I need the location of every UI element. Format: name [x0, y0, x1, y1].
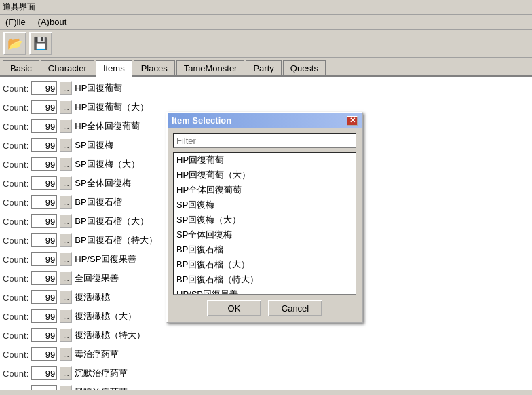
list-item[interactable]: SP回復梅（大） [174, 212, 356, 227]
dialog-overlay: Item Selection ✕ HP回復葡萄HP回復葡萄（大）HP全体回復葡萄… [0, 0, 532, 395]
list-item[interactable]: BP回復石榴（特大） [174, 272, 356, 287]
list-item[interactable]: HP全体回復葡萄 [174, 183, 356, 198]
ok-button[interactable]: OK [207, 300, 261, 316]
list-item[interactable]: SP回復梅 [174, 198, 356, 212]
dialog-titlebar: Item Selection ✕ [168, 113, 362, 128]
list-item[interactable]: BP回復石榴 [174, 242, 356, 257]
list-item[interactable]: HP回復葡萄 [174, 153, 356, 168]
dialog-buttons: OK Cancel [173, 300, 356, 316]
item-selection-dialog: Item Selection ✕ HP回復葡萄HP回復葡萄（大）HP全体回復葡萄… [166, 112, 363, 323]
list-item[interactable]: HP回復葡萄（大） [174, 168, 356, 183]
dialog-title: Item Selection [172, 115, 231, 126]
dialog-close-button[interactable]: ✕ [347, 116, 358, 126]
cancel-button[interactable]: Cancel [268, 300, 322, 316]
dialog-body: HP回復葡萄HP回復葡萄（大）HP全体回復葡萄SP回復梅SP回復梅（大）SP全体… [168, 128, 362, 322]
dialog-listbox[interactable]: HP回復葡萄HP回復葡萄（大）HP全体回復葡萄SP回復梅SP回復梅（大）SP全体… [173, 152, 356, 295]
list-item[interactable]: BP回復石榴（大） [174, 257, 356, 272]
list-item[interactable]: SP全体回復梅 [174, 227, 356, 242]
list-item[interactable]: HP/SP回復果善 [174, 287, 356, 295]
filter-input[interactable] [173, 133, 356, 148]
